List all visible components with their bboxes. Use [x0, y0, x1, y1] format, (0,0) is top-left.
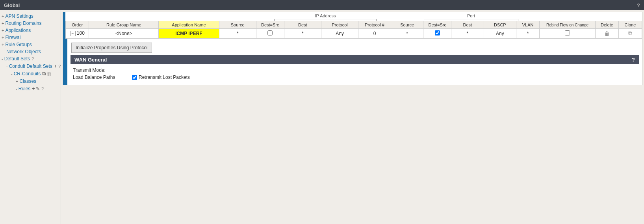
content-area: IP Address Port	[61, 10, 644, 224]
toggle-rule-groups[interactable]: +	[2, 42, 4, 47]
load-balance-label: Load Balance Paths	[73, 75, 128, 80]
sidebar-label-classes[interactable]: Classes	[19, 78, 36, 84]
transmit-mode-label: Transmit Mode:	[73, 67, 128, 73]
rules-flex-wrapper: IP Address Port	[63, 12, 642, 85]
cell-protocol: Any	[321, 29, 358, 38]
row-subsection: Initialize Properties Using Protocol WAN…	[65, 38, 642, 85]
cell-dest: *	[284, 29, 321, 38]
toggle-firewall[interactable]: +	[2, 35, 4, 40]
cell-delete[interactable]: 🗑	[595, 29, 618, 38]
sidebar-item-network-objects[interactable]: Network Objects	[2, 48, 59, 55]
wan-general-help-icon[interactable]: ?	[632, 57, 635, 63]
cell-port-dest: *	[451, 29, 484, 38]
port-bracket: Port	[420, 13, 522, 21]
sidebar-item-rule-groups[interactable]: + Rule Groups	[2, 41, 59, 48]
sidebar-item-classes[interactable]: + Classes	[2, 78, 59, 85]
retransmit-checkbox-item: Retransmit Lost Packets	[132, 75, 190, 80]
wan-row-loadbalance: Load Balance Paths Retransmit Lost Packe…	[73, 74, 637, 81]
default-sets-help-icon[interactable]: ?	[32, 56, 34, 61]
sidebar-label-firewall[interactable]: Firewall	[5, 35, 21, 40]
title-bar: Global ?	[0, 0, 644, 10]
dest-src-checkbox[interactable]	[267, 30, 273, 35]
toggle-conduit[interactable]: -	[6, 64, 8, 69]
toggle-apps[interactable]: +	[2, 28, 4, 33]
toggle-rules[interactable]: -	[16, 86, 17, 91]
conduit-help-icon[interactable]: ?	[58, 64, 61, 69]
sidebar-item-default-sets[interactable]: - Default Sets ?	[2, 55, 59, 62]
wan-content: Transmit Mode: Load Balance Paths Retran…	[69, 64, 640, 83]
rules-add-btn[interactable]: +	[32, 86, 35, 91]
cell-dest-src	[256, 29, 284, 38]
rules-help-icon[interactable]: ?	[41, 86, 44, 91]
cell-collapse-order: − 100	[66, 29, 89, 38]
subsection-content: Initialize Properties Using Protocol WAN…	[67, 39, 642, 85]
cell-source: *	[219, 29, 256, 38]
sidebar-item-firewall[interactable]: + Firewall	[2, 34, 59, 41]
col-header-vlan: VLAN	[516, 21, 540, 29]
subsection-flex: Initialize Properties Using Protocol WAN…	[65, 39, 642, 85]
rules-edit-btn[interactable]: ✎	[36, 86, 40, 91]
rebind-checkbox[interactable]	[565, 30, 570, 35]
sidebar-label-network-objects[interactable]: Network Objects	[6, 49, 41, 54]
cell-order-value: 100	[77, 30, 85, 36]
col-header-rule-group-name: Rule Group Name	[89, 21, 159, 29]
sidebar-item-routing-domains[interactable]: + Routing Domains	[2, 20, 59, 27]
rules-table-area: IP Address Port	[65, 12, 642, 85]
col-header-dscp: DSCP	[484, 21, 516, 29]
title-help-icon[interactable]: ?	[637, 2, 640, 8]
col-header-port-dest: Dest	[451, 21, 484, 29]
cr-copy-icon[interactable]: ⧉	[42, 71, 46, 77]
col-header-protocol: Protocol	[321, 21, 358, 29]
col-header-rebind: Rebind Flow on Change	[540, 21, 596, 29]
retransmit-label: Retransmit Lost Packets	[139, 75, 190, 80]
sidebar-label-rules[interactable]: Rules	[19, 86, 31, 91]
sidebar-item-conduit-default-sets[interactable]: - Conduit Default Sets + ?	[2, 62, 59, 70]
sidebar-label-default-sets[interactable]: Default Sets	[4, 56, 30, 62]
col-header-port-dest-src: Dest=Src	[423, 21, 451, 29]
cell-port-dest-src	[423, 29, 451, 38]
cell-protocol-num: 0	[358, 29, 391, 38]
cell-clone[interactable]: ⧉	[618, 29, 642, 38]
main-container: + APN Settings + Routing Domains + Appli…	[0, 10, 644, 224]
sidebar-item-apn-settings[interactable]: + APN Settings	[2, 13, 59, 20]
cell-dscp: Any	[484, 29, 516, 38]
toggle-cr-conduits[interactable]: -	[11, 71, 13, 76]
toggle-routing[interactable]: +	[2, 21, 4, 26]
col-header-port-source: Source	[391, 21, 423, 29]
cell-port-source: *	[391, 29, 423, 38]
cell-application-name[interactable]: ICMP IPERF	[159, 29, 219, 38]
toggle-classes[interactable]: +	[16, 79, 18, 84]
sidebar-item-rules[interactable]: - Rules + ✎ ?	[2, 85, 59, 92]
cr-trash-icon[interactable]: 🗑	[46, 71, 52, 77]
row-collapse-btn[interactable]: −	[70, 31, 76, 36]
col-header-protocol-num: Protocol #	[358, 21, 391, 29]
ip-address-bracket: IP Address	[270, 13, 380, 21]
sidebar-label-routing[interactable]: Routing Domains	[5, 21, 41, 26]
toggle-apn[interactable]: +	[2, 14, 4, 19]
sidebar-label-cr-conduits[interactable]: CR-Conduits	[14, 71, 41, 77]
rule-group-name-value: <None>	[115, 31, 132, 36]
bracket-headers: IP Address Port	[65, 12, 642, 21]
cell-rule-group-name: <None>	[89, 29, 159, 38]
table-row: − 100 <None> ICMP IPERF	[66, 29, 642, 38]
sidebar-item-cr-conduits[interactable]: - CR-Conduits ⧉ 🗑	[2, 70, 59, 78]
port-dest-src-checkbox[interactable]	[435, 30, 440, 35]
port-label: Port	[467, 13, 475, 18]
col-header-order: Order	[66, 21, 89, 29]
cell-rebind	[540, 29, 596, 38]
retransmit-checkbox[interactable]	[132, 75, 137, 80]
sidebar-label-rule-groups[interactable]: Rule Groups	[5, 42, 32, 47]
sidebar-label-conduit[interactable]: Conduit Default Sets	[9, 63, 52, 69]
col-header-dest: Dest	[284, 21, 321, 29]
cell-vlan: *	[516, 29, 540, 38]
wan-general-title: WAN General	[74, 57, 107, 63]
sidebar-label-apn[interactable]: APN Settings	[5, 13, 33, 19]
sidebar-label-apps[interactable]: Applications	[5, 28, 31, 33]
toggle-default-sets[interactable]: -	[2, 56, 3, 61]
app-name-value: ICMP IPERF	[175, 31, 202, 36]
sidebar-item-applications[interactable]: + Applications	[2, 27, 59, 34]
conduit-add-btn[interactable]: +	[54, 63, 57, 69]
rules-data-table: Order Rule Group Name Application Name S…	[65, 21, 642, 38]
sidebar: + APN Settings + Routing Domains + Appli…	[0, 10, 61, 224]
init-props-button[interactable]: Initialize Properties Using Protocol	[71, 43, 152, 53]
